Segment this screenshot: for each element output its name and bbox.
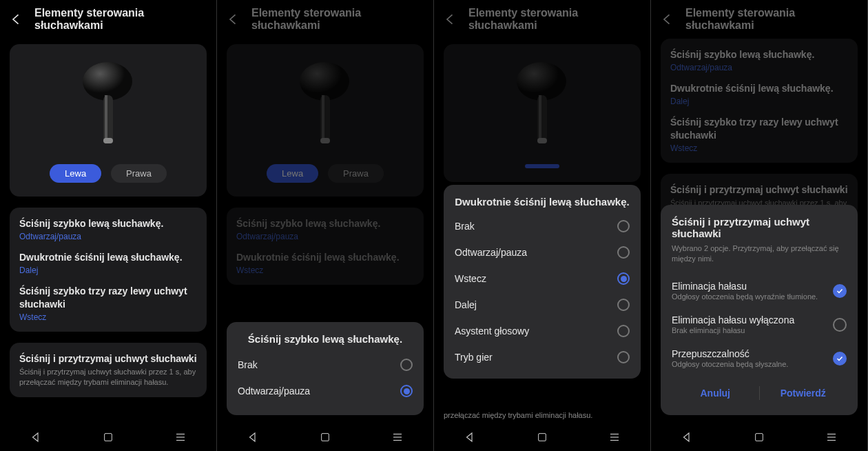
svg-rect-21 <box>539 434 546 441</box>
gesture-double[interactable]: Dwukrotnie ściśnij lewą słuchawkę. Dalej <box>19 251 197 275</box>
nav-recent-icon[interactable] <box>160 431 201 443</box>
option-next[interactable]: Dalej <box>455 292 630 318</box>
check-icon <box>833 318 847 332</box>
option-play-pause[interactable]: Odtwarzaj/pauza <box>238 378 413 404</box>
back-icon[interactable] <box>10 12 23 26</box>
screen-3: Elementy sterowania słuchawkami Dwukrotn… <box>434 0 651 451</box>
screen-1: Elementy sterowania słuchawkami Lewa Pra… <box>0 0 217 451</box>
sheet-subtitle: Wybrano 2 opcje. Przytrzymaj, aby przełą… <box>672 243 847 264</box>
nav-home-icon[interactable] <box>738 432 780 443</box>
navbar <box>0 423 216 451</box>
radio-icon <box>400 359 413 371</box>
radio-icon <box>617 220 630 232</box>
nav-back-icon[interactable] <box>666 431 707 443</box>
earbud-card: Lewa Prawa <box>10 44 207 197</box>
screen-4: Elementy sterowania słuchawkami Ściśnij … <box>651 0 868 451</box>
nav-back-icon[interactable] <box>449 431 490 443</box>
tab-left[interactable]: Lewa <box>50 164 101 183</box>
option-transparency[interactable]: Przepuszczalność Odgłosy otoczenia będą … <box>672 341 847 375</box>
svg-rect-3 <box>105 95 107 143</box>
option-none[interactable]: Brak <box>238 352 413 378</box>
nav-back-icon[interactable] <box>232 431 273 443</box>
navbar <box>217 423 433 451</box>
earbud-image <box>19 61 197 150</box>
check-icon <box>833 352 847 365</box>
confirm-button[interactable]: Potwierdź <box>760 382 847 404</box>
svg-rect-25 <box>756 434 763 441</box>
navbar <box>651 423 867 451</box>
radio-icon <box>617 351 630 363</box>
gesture-single[interactable]: Ściśnij szybko lewą słuchawkę. Odtwarzaj… <box>19 217 197 241</box>
hold-card[interactable]: Ściśnij i przytrzymaj uchwyt słuchawki Ś… <box>10 343 207 398</box>
radio-icon <box>400 385 413 397</box>
sheet-title: Ściśnij i przytrzymaj uchwyt słuchawki <box>672 216 847 239</box>
option-play-pause[interactable]: Odtwarzaj/pauza <box>455 239 630 265</box>
nav-home-icon[interactable] <box>304 432 346 443</box>
option-game-mode[interactable]: Tryb gier <box>455 344 630 370</box>
radio-icon <box>617 325 630 337</box>
option-voice-assistant[interactable]: Asystent głosowy <box>455 318 630 344</box>
sheet-title: Ściśnij szybko lewą słuchawkę. <box>238 333 413 345</box>
header-title: Elementy sterowania słuchawkami <box>34 7 207 32</box>
option-none[interactable]: Brak <box>455 213 630 239</box>
nav-home-icon[interactable] <box>87 432 129 443</box>
nav-recent-icon[interactable] <box>594 431 635 443</box>
radio-icon <box>617 246 630 259</box>
single-squeeze-sheet: Ściśnij szybko lewą słuchawkę. Brak Odtw… <box>227 322 424 415</box>
radio-icon <box>617 272 630 285</box>
clipped-desc: przełączać między trybami eliminacji hał… <box>434 411 650 422</box>
option-back[interactable]: Wstecz <box>455 265 630 292</box>
navbar <box>434 423 650 451</box>
hold-options-sheet: Ściśnij i przytrzymaj uchwyt słuchawki W… <box>661 205 858 415</box>
check-icon <box>833 284 847 298</box>
nav-recent-icon[interactable] <box>811 431 852 443</box>
option-anc[interactable]: Eliminacja hałasu Odgłosy otoczenia będą… <box>672 274 847 308</box>
nav-back-icon[interactable] <box>15 431 56 443</box>
svg-rect-5 <box>105 434 112 441</box>
sheet-buttons: Anuluj Potwierdź <box>672 382 847 404</box>
sheet-title: Dwukrotnie ściśnij lewą słuchawkę. <box>455 196 630 208</box>
side-tabs: Lewa Prawa <box>19 164 197 183</box>
double-squeeze-sheet: Dwukrotnie ściśnij lewą słuchawkę. Brak … <box>444 185 641 379</box>
nav-home-icon[interactable] <box>521 432 563 443</box>
svg-rect-13 <box>322 434 329 441</box>
radio-icon <box>617 299 630 311</box>
svg-point-1 <box>83 62 132 101</box>
cancel-button[interactable]: Anuluj <box>672 382 759 404</box>
svg-rect-4 <box>103 138 113 143</box>
gesture-triple[interactable]: Ściśnij szybko trzy razy lewy uchwyt słu… <box>19 285 197 322</box>
gestures-card: Ściśnij szybko lewą słuchawkę. Odtwarzaj… <box>10 208 207 332</box>
tab-right[interactable]: Prawa <box>111 164 167 183</box>
header: Elementy sterowania słuchawkami <box>0 0 216 39</box>
nav-recent-icon[interactable] <box>377 431 418 443</box>
option-anc-off[interactable]: Eliminacja hałasu wyłączona Brak elimina… <box>672 308 847 341</box>
screen-2: Elementy sterowania słuchawkami Lewa Pra… <box>217 0 434 451</box>
